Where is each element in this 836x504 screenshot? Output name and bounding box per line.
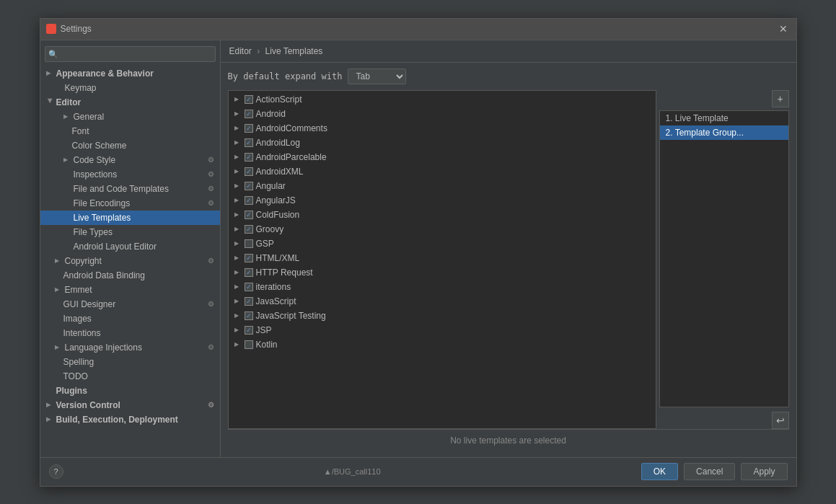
sidebar-item-languageinjections[interactable]: ▶ Language Injections ⚙ xyxy=(40,340,220,355)
template-group-item[interactable]: ▶AndroidParcelable xyxy=(229,150,656,164)
expand-select[interactable]: Tab Enter Space xyxy=(348,68,406,84)
sidebar-item-label: General xyxy=(74,112,105,122)
group-label: JavaScript xyxy=(256,296,296,306)
group-checkbox[interactable] xyxy=(245,138,253,147)
sidebar-item-label: Copyright xyxy=(65,256,102,266)
sidebar-item-copyright[interactable]: ▶ Copyright ⚙ xyxy=(40,254,220,268)
undo-button[interactable]: ↩ xyxy=(772,412,789,429)
arrow-icon: ▶ xyxy=(63,113,71,120)
sidebar-item-emmet[interactable]: ▶ Emmet xyxy=(40,283,220,297)
sidebar-item-androidlayouteditor[interactable]: Android Layout Editor xyxy=(40,239,220,254)
sidebar-item-inspections[interactable]: Inspections ⚙ xyxy=(40,167,220,182)
group-checkbox[interactable] xyxy=(245,311,253,320)
ok-button[interactable]: OK xyxy=(641,463,678,480)
spacer xyxy=(63,200,71,206)
spacer xyxy=(63,229,71,235)
apply-button[interactable]: Apply xyxy=(741,463,787,480)
sidebar-item-general[interactable]: ▶ General xyxy=(40,110,220,124)
footer-buttons: OK Cancel Apply xyxy=(641,463,788,480)
group-checkbox[interactable] xyxy=(245,182,253,190)
template-group-item[interactable]: ▶Kotlin xyxy=(229,337,656,352)
template-group-item[interactable]: ▶AngularJS xyxy=(229,193,656,208)
right-panel-item-templategroup[interactable]: 2. Template Group... xyxy=(660,125,788,140)
sidebar-item-fileandcodetemplates[interactable]: File and Code Templates ⚙ xyxy=(40,182,220,196)
group-checkbox[interactable] xyxy=(245,254,253,262)
sidebar-item-label: Version Control xyxy=(56,400,120,410)
group-checkbox[interactable] xyxy=(245,268,253,277)
no-templates-text: No live templates are selected xyxy=(450,436,566,446)
template-group-item[interactable]: ▶JavaScript Testing xyxy=(229,309,656,323)
template-group-item[interactable]: ▶JSP xyxy=(229,323,656,337)
sidebar-item-codestyle[interactable]: ▶ Code Style ⚙ xyxy=(40,153,220,167)
template-group-item[interactable]: ▶ActionScript xyxy=(229,92,656,107)
group-checkbox[interactable] xyxy=(245,283,253,291)
sidebar-item-intentions[interactable]: Intentions xyxy=(40,326,220,340)
sidebar-item-font[interactable]: Font xyxy=(40,124,220,138)
template-group-item[interactable]: ▶iterations xyxy=(229,280,656,294)
sidebar-item-versioncontrol[interactable]: ▶ Version Control ⚙ xyxy=(40,398,220,412)
right-panel-item-livetemplate[interactable]: 1. Live Template xyxy=(660,111,788,125)
close-button[interactable]: ✕ xyxy=(776,22,791,36)
group-label: ActionScript xyxy=(256,94,302,105)
footer-info: ▲/BUG_call110 xyxy=(324,467,381,476)
template-group-item[interactable]: ▶AndroidComments xyxy=(229,121,656,136)
sidebar-item-livetemplates[interactable]: Live Templates xyxy=(40,211,220,225)
template-group-item[interactable]: ▶AndroidLog xyxy=(229,136,656,150)
expand-arrow-icon: ▶ xyxy=(234,240,242,247)
sidebar-item-appearance[interactable]: ▶ Appearance & Behavior xyxy=(40,66,220,81)
group-checkbox[interactable] xyxy=(245,297,253,306)
group-label: GSP xyxy=(256,239,274,249)
add-button[interactable]: + xyxy=(772,90,789,107)
expand-arrow-icon: ▶ xyxy=(234,182,242,189)
group-label: Kotlin xyxy=(256,340,278,350)
spacer xyxy=(63,243,71,249)
group-checkbox[interactable] xyxy=(245,153,253,162)
template-group-item[interactable]: ▶GSP xyxy=(229,236,656,251)
spacer xyxy=(63,214,71,221)
group-checkbox[interactable] xyxy=(245,211,253,219)
sidebar-item-androiddatabinding[interactable]: Android Data Binding xyxy=(40,268,220,283)
sidebar-item-images[interactable]: Images xyxy=(40,311,220,326)
sidebar-item-filetypes[interactable]: File Types xyxy=(40,225,220,239)
group-checkbox[interactable] xyxy=(245,340,253,349)
group-checkbox[interactable] xyxy=(245,326,253,335)
template-group-item[interactable]: ▶JavaScript xyxy=(229,294,656,309)
help-button[interactable]: ? xyxy=(49,464,63,479)
expand-arrow-icon: ▶ xyxy=(234,197,242,203)
group-checkbox[interactable] xyxy=(245,196,253,205)
group-label: AndroidXML xyxy=(256,167,304,177)
search-input[interactable] xyxy=(45,46,216,62)
spacer xyxy=(63,171,71,177)
group-checkbox[interactable] xyxy=(245,239,253,248)
sidebar-item-label: Spelling xyxy=(63,357,94,367)
sidebar-item-todo[interactable]: TODO xyxy=(40,369,220,384)
sidebar-item-keymap[interactable]: Keymap xyxy=(40,81,220,95)
sidebar-item-spelling[interactable]: Spelling xyxy=(40,355,220,369)
templates-area: ▶ActionScript▶Android▶AndroidComments▶An… xyxy=(228,90,789,429)
expand-bar: By default expand with Tab Enter Space xyxy=(228,68,789,84)
group-label: HTTP Request xyxy=(256,268,313,278)
sidebar-item-editor[interactable]: ▶ Editor xyxy=(40,95,220,110)
sidebar-item-colorscheme[interactable]: Color Scheme xyxy=(40,138,220,153)
template-group-item[interactable]: ▶HTML/XML xyxy=(229,251,656,265)
group-checkbox[interactable] xyxy=(245,110,253,118)
template-group-item[interactable]: ▶Angular xyxy=(229,179,656,193)
sidebar-item-plugins[interactable]: Plugins xyxy=(40,384,220,398)
sidebar-item-guidesigner[interactable]: GUI Designer ⚙ xyxy=(40,297,220,311)
group-label: JSP xyxy=(256,325,272,335)
content-area: By default expand with Tab Enter Space ▶… xyxy=(221,63,796,457)
group-checkbox[interactable] xyxy=(245,225,253,234)
template-group-item[interactable]: ▶ColdFusion xyxy=(229,208,656,222)
group-checkbox[interactable] xyxy=(245,167,253,176)
expand-arrow-icon: ▶ xyxy=(234,341,242,348)
group-checkbox[interactable] xyxy=(245,124,253,133)
sidebar-item-buildexecution[interactable]: ▶ Build, Execution, Deployment xyxy=(40,412,220,427)
template-group-item[interactable]: ▶HTTP Request xyxy=(229,265,656,280)
template-group-item[interactable]: ▶AndroidXML xyxy=(229,164,656,179)
cancel-button[interactable]: Cancel xyxy=(684,463,735,480)
arrow-icon: ▶ xyxy=(55,257,62,264)
group-checkbox[interactable] xyxy=(245,95,253,104)
sidebar-item-fileencodings[interactable]: File Encodings ⚙ xyxy=(40,196,220,211)
template-group-item[interactable]: ▶Android xyxy=(229,107,656,121)
template-group-item[interactable]: ▶Groovy xyxy=(229,222,656,236)
